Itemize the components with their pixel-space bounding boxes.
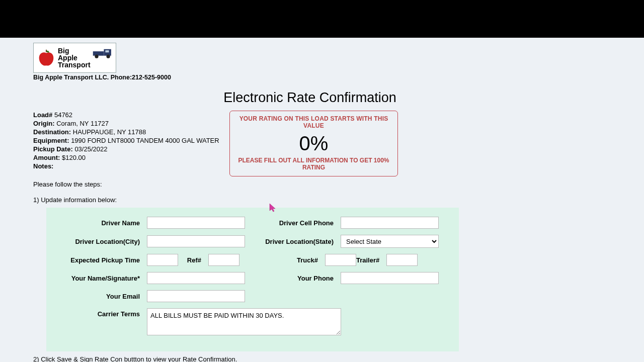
logo-text: BigAppleTransport xyxy=(58,47,91,68)
carrier-terms-textarea[interactable]: ALL BILLS MUST BE PAID WITHIN 30 DAYS. xyxy=(147,308,341,335)
your-name-input[interactable] xyxy=(147,272,245,284)
driver-city-input[interactable] xyxy=(147,235,245,247)
svg-rect-0 xyxy=(46,50,47,52)
your-name-label: Your Name/Signature* xyxy=(51,275,147,282)
form-block: Driver Name Driver Cell Phone Driver Loc… xyxy=(46,208,459,351)
load-value: 54762 xyxy=(54,111,72,119)
driver-cell-input[interactable] xyxy=(341,217,439,229)
ref-label: Ref# xyxy=(178,256,208,264)
driver-name-label: Driver Name xyxy=(51,219,147,227)
carrier-terms-label: Carrier Terms xyxy=(51,308,147,318)
driver-state-label: Driver Location(State) xyxy=(255,238,341,245)
truck-label: Truck# xyxy=(239,256,325,264)
trailer-label: Trailer# xyxy=(356,256,386,264)
your-email-input[interactable] xyxy=(147,290,245,302)
truck-input[interactable] xyxy=(325,254,356,266)
truck-icon xyxy=(92,46,114,59)
svg-point-5 xyxy=(107,55,110,58)
destination-value: HAUPPAUGE, NY 11788 xyxy=(73,128,146,136)
pickup-time-input[interactable] xyxy=(147,254,178,266)
apple-icon xyxy=(37,48,56,67)
origin-label: Origin: xyxy=(33,120,55,127)
pickup-date-value: 03/25/2022 xyxy=(74,145,107,153)
origin-value: Coram, NY 11727 xyxy=(56,120,109,127)
page-title: Electronic Rate Confirmation xyxy=(33,90,587,106)
your-phone-input[interactable] xyxy=(341,272,439,284)
rating-percent: 0% xyxy=(238,132,389,155)
driver-name-input[interactable] xyxy=(147,217,245,229)
step-1: 1) Update information below: xyxy=(33,196,644,204)
svg-point-4 xyxy=(95,55,98,58)
trailer-input[interactable] xyxy=(386,254,418,266)
equipment-label: Equipment: xyxy=(33,137,69,144)
rating-bottom-text: PLEASE FILL OUT ALL INFORMATION TO GET 1… xyxy=(238,157,389,171)
svg-rect-3 xyxy=(105,50,109,52)
load-label: Load# xyxy=(33,111,52,119)
notes-label: Notes: xyxy=(33,162,53,170)
company-line: Big Apple Transport LLC. Phone:212-525-9… xyxy=(33,74,644,81)
pickup-time-label: Expected Pickup Time xyxy=(51,256,147,264)
rating-top-text: YOUR RATING ON THIS LOAD STARTS WITH THI… xyxy=(238,115,389,129)
steps-intro: Please follow the steps: xyxy=(33,180,644,188)
top-black-bar xyxy=(0,0,644,38)
equipment-value: 1990 FORD LNT8000 TANDEM 4000 GAL WATER xyxy=(71,137,219,144)
driver-cell-label: Driver Cell Phone xyxy=(255,219,341,227)
rating-box: YOUR RATING ON THIS LOAD STARTS WITH THI… xyxy=(229,111,398,176)
your-email-label: Your Email xyxy=(51,293,147,300)
step-2: 2) Click Save & Sign Rate Con buttton to… xyxy=(33,355,644,362)
destination-label: Destination: xyxy=(33,128,71,136)
svg-rect-2 xyxy=(104,49,111,56)
pickup-date-label: Pickup Date: xyxy=(33,145,73,153)
ref-input[interactable] xyxy=(208,254,239,266)
your-phone-label: Your Phone xyxy=(255,275,341,282)
company-logo: BigAppleTransport xyxy=(33,43,116,73)
amount-label: Amount: xyxy=(33,154,60,161)
svg-rect-1 xyxy=(93,51,104,56)
amount-value: $120.00 xyxy=(62,154,86,161)
driver-city-label: Driver Location(City) xyxy=(51,238,147,245)
driver-state-select[interactable]: Select State xyxy=(341,235,439,248)
load-details: Load# 54762 Origin: Coram, NY 11727 Dest… xyxy=(33,111,229,170)
